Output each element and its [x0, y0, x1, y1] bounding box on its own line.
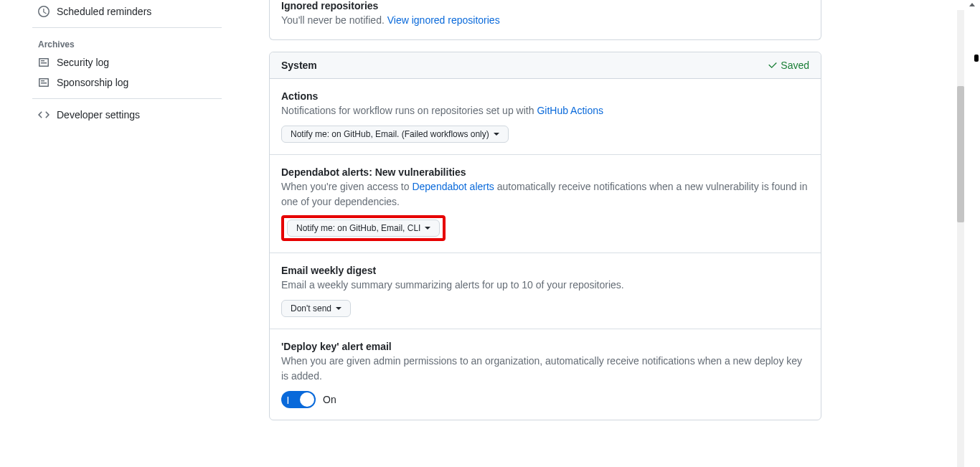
chevron-down-icon: [425, 227, 430, 230]
dependabot-title: Dependabot alerts: New vulnerabilities: [281, 166, 809, 178]
view-ignored-link[interactable]: View ignored repositories: [387, 14, 500, 26]
digest-select[interactable]: Don't send: [281, 300, 351, 317]
dependabot-desc: When you're given access to Dependabot a…: [281, 179, 809, 209]
code-icon: [38, 109, 50, 121]
select-value: Don't send: [291, 303, 331, 313]
divider: [32, 27, 222, 28]
deploykey-toggle-row: | On: [281, 391, 809, 408]
sidebar-item-scheduled-reminders[interactable]: Scheduled reminders: [32, 1, 222, 22]
dependabot-alerts-link[interactable]: Dependabot alerts: [412, 181, 494, 192]
sidebar-item-security-log[interactable]: Security log: [32, 52, 222, 72]
chevron-down-icon: [336, 307, 341, 310]
system-title: System: [281, 60, 317, 71]
deploykey-toggle[interactable]: |: [281, 391, 316, 408]
sidebar-item-label: Security log: [57, 57, 109, 68]
digest-title: Email weekly digest: [281, 265, 809, 276]
actions-title: Actions: [281, 90, 809, 102]
actions-notify-select[interactable]: Notify me: on GitHub, Email. (Failed wor…: [281, 126, 509, 143]
sidebar-item-sponsorship-log[interactable]: Sponsorship log: [32, 72, 222, 93]
card-header-system: System Saved: [270, 52, 821, 79]
log-icon: [38, 77, 50, 88]
digest-desc: Email a weekly summary summarizing alert…: [281, 278, 809, 293]
ignored-desc: You'll never be notified. View ignored r…: [281, 13, 809, 28]
select-value: Notify me: on GitHub, Email, CLI: [296, 223, 420, 233]
toggle-label: On: [323, 394, 336, 405]
sidebar-item-developer-settings[interactable]: Developer settings: [32, 105, 222, 125]
clock-icon: [38, 6, 50, 17]
main-content: Ignored repositories You'll never be not…: [269, 0, 821, 432]
section-dependabot: Dependabot alerts: New vulnerabilities W…: [270, 154, 821, 253]
card-ignored: Ignored repositories You'll never be not…: [269, 0, 821, 40]
sidebar-heading-archives: Archives: [32, 34, 222, 52]
log-icon: [38, 57, 50, 68]
divider: [32, 98, 222, 99]
highlight-annotation: Notify me: on GitHub, Email, CLI: [281, 215, 446, 241]
section-digest: Email weekly digest Email a weekly summa…: [270, 253, 821, 329]
settings-sidebar: Scheduled reminders Archives Security lo…: [32, 0, 233, 432]
deploykey-desc: When you are given admin permissions to …: [281, 354, 809, 384]
toggle-knob: [300, 392, 314, 407]
card-system: System Saved Actions Notifications for w…: [269, 52, 821, 420]
check-icon: [768, 60, 778, 70]
github-actions-link[interactable]: GitHub Actions: [537, 105, 603, 116]
sidebar-item-label: Developer settings: [57, 109, 140, 121]
dependabot-notify-select[interactable]: Notify me: on GitHub, Email, CLI: [287, 220, 440, 237]
select-value: Notify me: on GitHub, Email. (Failed wor…: [291, 129, 489, 139]
sidebar-item-label: Scheduled reminders: [57, 6, 151, 17]
toggle-on-indicator: |: [287, 396, 289, 404]
sidebar-item-label: Sponsorship log: [57, 77, 128, 88]
section-deploy-key: 'Deploy key' alert email When you are gi…: [270, 329, 821, 420]
saved-indicator: Saved: [768, 60, 809, 71]
section-actions: Actions Notifications for workflow runs …: [270, 79, 821, 154]
actions-desc: Notifications for workflow runs on repos…: [281, 103, 809, 118]
deploykey-title: 'Deploy key' alert email: [281, 341, 809, 352]
ignored-title: Ignored repositories: [281, 0, 809, 11]
chevron-down-icon: [494, 133, 499, 136]
